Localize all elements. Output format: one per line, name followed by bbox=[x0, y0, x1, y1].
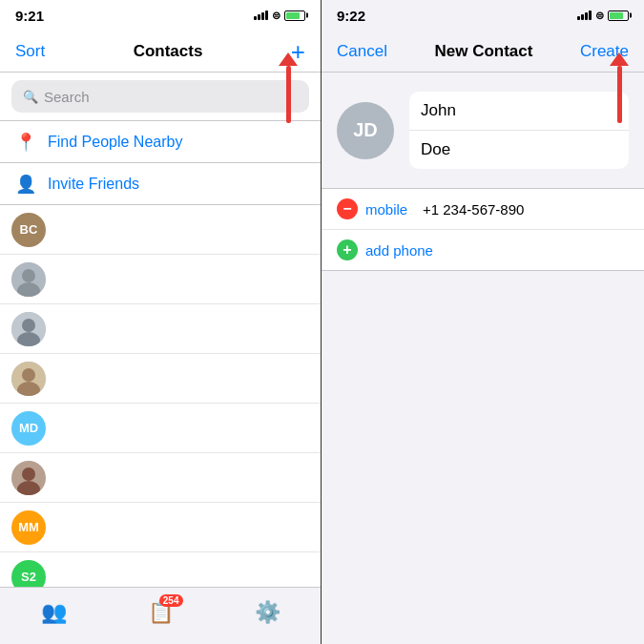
left-time: 9:21 bbox=[15, 8, 44, 24]
red-arrow-left bbox=[279, 52, 298, 123]
tab-icon-2[interactable]: 📋 254 bbox=[148, 600, 174, 625]
battery-icon bbox=[284, 10, 305, 21]
avatar: JD bbox=[337, 102, 394, 159]
badge-count: 254 bbox=[159, 594, 183, 607]
add-phone-label: add phone bbox=[365, 242, 433, 259]
cancel-button[interactable]: Cancel bbox=[337, 42, 387, 61]
tab-icon-3[interactable]: ⚙️ bbox=[255, 600, 280, 625]
last-name-field[interactable]: Doe bbox=[409, 131, 629, 169]
list-item[interactable] bbox=[0, 354, 321, 404]
right-nav-bar: Cancel New Contact Create bbox=[322, 31, 644, 73]
tab-icon-1[interactable]: 👥 bbox=[41, 600, 67, 625]
avatar bbox=[11, 312, 46, 346]
new-contact-title: New Contact bbox=[434, 42, 532, 61]
find-people-label: Find People Nearby bbox=[48, 134, 182, 151]
right-status-icons: ⊜ bbox=[577, 10, 629, 22]
list-item[interactable]: MD bbox=[0, 404, 321, 453]
svg-point-7 bbox=[22, 368, 35, 382]
contact-form-header: JD John Doe bbox=[322, 73, 644, 180]
avatar bbox=[11, 262, 46, 297]
red-arrow-right bbox=[610, 52, 629, 123]
search-placeholder: Search bbox=[44, 89, 90, 105]
battery-icon bbox=[608, 10, 629, 21]
contact-list: 📍 Find People Nearby 👤 Invite Friends BC bbox=[0, 121, 321, 588]
avatar bbox=[11, 461, 46, 495]
tab-bar: 👥 📋 254 ⚙️ bbox=[0, 587, 321, 644]
avatar: MM bbox=[11, 510, 46, 545]
contacts-title: Contacts bbox=[134, 42, 203, 61]
avatar: MD bbox=[11, 411, 46, 446]
search-field[interactable]: 🔍 Search bbox=[11, 80, 309, 113]
signal-icon bbox=[577, 10, 592, 20]
search-icon: 🔍 bbox=[23, 90, 38, 104]
find-people-nearby-item[interactable]: 📍 Find People Nearby bbox=[0, 121, 321, 163]
left-phone: 9:21 ⊜ Sort Contacts + 🔍 Search bbox=[0, 0, 322, 644]
avatar-initials: JD bbox=[353, 119, 378, 141]
svg-point-4 bbox=[22, 319, 35, 332]
search-bar: 🔍 Search bbox=[0, 73, 321, 121]
avatar bbox=[11, 362, 46, 396]
list-item[interactable]: MM bbox=[0, 503, 321, 552]
signal-icon bbox=[254, 10, 268, 20]
add-phone-row[interactable]: + add phone bbox=[322, 230, 644, 270]
phone-value: +1 234-567-890 bbox=[423, 201, 629, 218]
list-item[interactable] bbox=[0, 453, 321, 503]
person-icon: 👤 bbox=[15, 174, 36, 195]
right-phone: 9:22 ⊜ Cancel New Contact Create JD bbox=[322, 0, 644, 644]
svg-point-10 bbox=[22, 467, 35, 481]
invite-friends-label: Invite Friends bbox=[48, 176, 139, 193]
remove-phone-button[interactable]: − bbox=[337, 198, 358, 219]
list-item[interactable]: BC bbox=[0, 205, 321, 255]
first-name-field[interactable]: John bbox=[409, 92, 629, 131]
phone-row[interactable]: − mobile +1 234-567-890 bbox=[322, 189, 644, 230]
phone-form-section: − mobile +1 234-567-890 + add phone bbox=[322, 188, 644, 271]
location-icon: 📍 bbox=[15, 132, 36, 153]
avatar: S2 bbox=[11, 560, 46, 589]
avatar: BC bbox=[11, 213, 46, 247]
settings-tab-icon: ⚙️ bbox=[255, 600, 280, 624]
svg-point-1 bbox=[22, 269, 35, 282]
wifi-icon: ⊜ bbox=[595, 10, 604, 22]
list-item[interactable]: S2 bbox=[0, 552, 321, 588]
person-tab-icon: 👥 bbox=[41, 600, 67, 624]
wifi-icon: ⊜ bbox=[272, 10, 280, 22]
sort-button[interactable]: Sort bbox=[15, 42, 45, 61]
left-status-icons: ⊜ bbox=[254, 10, 305, 22]
list-item[interactable] bbox=[0, 304, 321, 354]
right-status-bar: 9:22 ⊜ bbox=[322, 0, 644, 31]
right-time: 9:22 bbox=[337, 8, 365, 24]
name-fields: John Doe bbox=[409, 92, 629, 169]
phone-type-label: mobile bbox=[365, 201, 415, 218]
list-item[interactable] bbox=[0, 255, 321, 304]
add-phone-button[interactable]: + bbox=[337, 239, 358, 260]
invite-friends-item[interactable]: 👤 Invite Friends bbox=[0, 163, 321, 205]
left-nav-bar: Sort Contacts + bbox=[0, 31, 321, 73]
left-status-bar: 9:21 ⊜ bbox=[0, 0, 321, 31]
name-field-container: John Doe bbox=[409, 92, 629, 169]
